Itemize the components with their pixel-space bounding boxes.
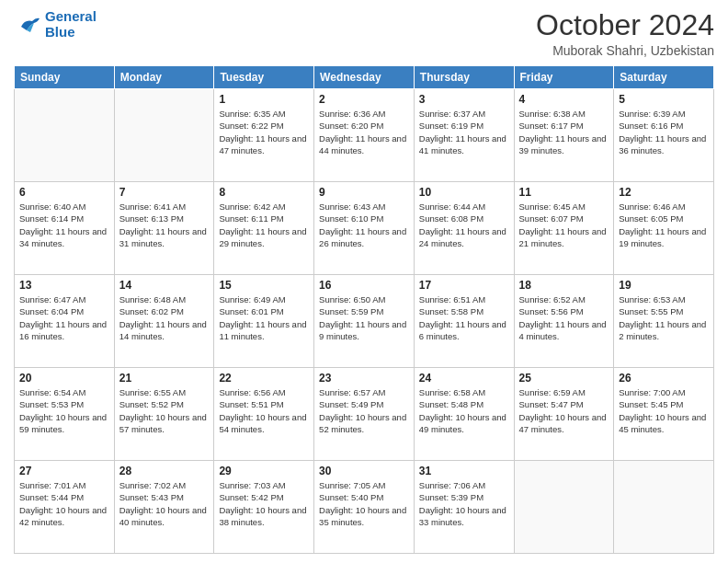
day-info: Sunrise: 6:41 AM Sunset: 6:13 PM Dayligh…: [119, 201, 210, 249]
day-info: Sunrise: 7:00 AM Sunset: 5:45 PM Dayligh…: [619, 386, 709, 435]
day-info: Sunrise: 6:45 AM Sunset: 6:07 PM Dayligh…: [519, 201, 609, 249]
logo-icon: [14, 14, 41, 36]
calendar-day-cell: [514, 461, 614, 554]
day-info: Sunrise: 6:35 AM Sunset: 6:22 PM Dayligh…: [219, 108, 309, 156]
calendar-week-row: 27Sunrise: 7:01 AM Sunset: 5:44 PM Dayli…: [15, 461, 714, 554]
calendar-day-cell: [15, 89, 115, 182]
day-info: Sunrise: 6:55 AM Sunset: 5:52 PM Dayligh…: [119, 386, 210, 435]
day-number: 3: [419, 93, 509, 106]
day-info: Sunrise: 6:59 AM Sunset: 5:47 PM Dayligh…: [519, 386, 609, 435]
calendar: SundayMondayTuesdayWednesdayThursdayFrid…: [14, 65, 714, 554]
calendar-day-cell: 28Sunrise: 7:02 AM Sunset: 5:43 PM Dayli…: [114, 461, 214, 554]
calendar-day-cell: 2Sunrise: 6:36 AM Sunset: 6:20 PM Daylig…: [314, 89, 415, 182]
calendar-day-cell: 29Sunrise: 7:03 AM Sunset: 5:42 PM Dayli…: [214, 461, 314, 554]
day-number: 20: [19, 372, 109, 385]
day-number: 5: [619, 93, 709, 106]
calendar-week-row: 6Sunrise: 6:40 AM Sunset: 6:14 PM Daylig…: [15, 182, 714, 275]
day-info: Sunrise: 6:36 AM Sunset: 6:20 PM Dayligh…: [319, 108, 409, 156]
month-title: October 2024: [536, 9, 714, 41]
calendar-day-header: Wednesday: [314, 66, 415, 89]
calendar-day-header: Sunday: [15, 66, 115, 89]
day-info: Sunrise: 6:50 AM Sunset: 5:59 PM Dayligh…: [319, 293, 409, 342]
day-number: 27: [19, 465, 109, 477]
location: Muborak Shahri, Uzbekistan: [536, 43, 714, 58]
calendar-day-header: Tuesday: [214, 66, 314, 89]
calendar-day-cell: 20Sunrise: 6:54 AM Sunset: 5:53 PM Dayli…: [15, 368, 115, 461]
day-number: 13: [19, 279, 109, 292]
calendar-day-cell: 22Sunrise: 6:56 AM Sunset: 5:51 PM Dayli…: [214, 368, 314, 461]
day-info: Sunrise: 6:42 AM Sunset: 6:11 PM Dayligh…: [219, 201, 309, 249]
header: General Blue October 2024 Muborak Shahri…: [14, 9, 714, 58]
calendar-day-cell: 17Sunrise: 6:51 AM Sunset: 5:58 PM Dayli…: [414, 275, 514, 368]
calendar-day-cell: 27Sunrise: 7:01 AM Sunset: 5:44 PM Dayli…: [15, 461, 115, 554]
calendar-day-cell: 10Sunrise: 6:44 AM Sunset: 6:08 PM Dayli…: [414, 182, 514, 275]
calendar-day-cell: 1Sunrise: 6:35 AM Sunset: 6:22 PM Daylig…: [214, 89, 314, 182]
calendar-day-cell: 14Sunrise: 6:48 AM Sunset: 6:02 PM Dayli…: [114, 275, 214, 368]
day-info: Sunrise: 6:40 AM Sunset: 6:14 PM Dayligh…: [19, 201, 109, 249]
day-info: Sunrise: 6:54 AM Sunset: 5:53 PM Dayligh…: [19, 386, 109, 435]
logo-line1: General: [45, 8, 97, 24]
calendar-day-cell: [114, 89, 214, 182]
day-info: Sunrise: 6:48 AM Sunset: 6:02 PM Dayligh…: [119, 293, 210, 342]
day-number: 31: [419, 465, 509, 477]
day-number: 23: [319, 372, 409, 385]
day-info: Sunrise: 6:37 AM Sunset: 6:19 PM Dayligh…: [419, 108, 509, 156]
day-number: 15: [219, 279, 309, 292]
calendar-header-row: SundayMondayTuesdayWednesdayThursdayFrid…: [15, 66, 714, 89]
day-number: 19: [619, 279, 709, 292]
day-info: Sunrise: 6:47 AM Sunset: 6:04 PM Dayligh…: [19, 293, 109, 342]
calendar-day-cell: 31Sunrise: 7:06 AM Sunset: 5:39 PM Dayli…: [414, 461, 514, 554]
calendar-day-cell: 11Sunrise: 6:45 AM Sunset: 6:07 PM Dayli…: [514, 182, 614, 275]
calendar-day-cell: 24Sunrise: 6:58 AM Sunset: 5:48 PM Dayli…: [414, 368, 514, 461]
day-number: 4: [519, 93, 609, 106]
day-number: 14: [119, 279, 210, 292]
logo: General Blue: [14, 9, 97, 40]
calendar-day-cell: 23Sunrise: 6:57 AM Sunset: 5:49 PM Dayli…: [314, 368, 415, 461]
calendar-day-cell: 7Sunrise: 6:41 AM Sunset: 6:13 PM Daylig…: [114, 182, 214, 275]
day-number: 18: [519, 279, 609, 292]
day-number: 26: [619, 372, 709, 385]
day-number: 30: [319, 465, 409, 477]
day-number: 12: [619, 186, 709, 199]
calendar-day-cell: 3Sunrise: 6:37 AM Sunset: 6:19 PM Daylig…: [414, 89, 514, 182]
calendar-day-cell: 5Sunrise: 6:39 AM Sunset: 6:16 PM Daylig…: [614, 89, 714, 182]
calendar-day-cell: 18Sunrise: 6:52 AM Sunset: 5:56 PM Dayli…: [514, 275, 614, 368]
logo-line2: Blue: [45, 24, 75, 40]
calendar-day-cell: 16Sunrise: 6:50 AM Sunset: 5:59 PM Dayli…: [314, 275, 415, 368]
day-number: 7: [119, 186, 210, 199]
calendar-day-header: Thursday: [414, 66, 514, 89]
calendar-day-cell: 25Sunrise: 6:59 AM Sunset: 5:47 PM Dayli…: [514, 368, 614, 461]
day-number: 11: [519, 186, 609, 199]
day-number: 29: [219, 465, 309, 477]
calendar-day-cell: 13Sunrise: 6:47 AM Sunset: 6:04 PM Dayli…: [15, 275, 115, 368]
day-number: 6: [19, 186, 109, 199]
day-number: 21: [119, 372, 210, 385]
day-info: Sunrise: 6:46 AM Sunset: 6:05 PM Dayligh…: [619, 201, 709, 249]
day-info: Sunrise: 6:58 AM Sunset: 5:48 PM Dayligh…: [419, 386, 509, 435]
day-info: Sunrise: 6:49 AM Sunset: 6:01 PM Dayligh…: [219, 293, 309, 342]
day-number: 16: [319, 279, 409, 292]
day-number: 22: [219, 372, 309, 385]
calendar-day-cell: 21Sunrise: 6:55 AM Sunset: 5:52 PM Dayli…: [114, 368, 214, 461]
calendar-week-row: 13Sunrise: 6:47 AM Sunset: 6:04 PM Dayli…: [15, 275, 714, 368]
day-info: Sunrise: 6:51 AM Sunset: 5:58 PM Dayligh…: [419, 293, 509, 342]
calendar-day-cell: 12Sunrise: 6:46 AM Sunset: 6:05 PM Dayli…: [614, 182, 714, 275]
title-section: October 2024 Muborak Shahri, Uzbekistan: [536, 9, 714, 58]
calendar-day-cell: 30Sunrise: 7:05 AM Sunset: 5:40 PM Dayli…: [314, 461, 415, 554]
day-number: 28: [119, 465, 210, 477]
day-info: Sunrise: 6:53 AM Sunset: 5:55 PM Dayligh…: [619, 293, 709, 342]
calendar-day-header: Monday: [114, 66, 214, 89]
day-info: Sunrise: 6:39 AM Sunset: 6:16 PM Dayligh…: [619, 108, 709, 156]
calendar-day-cell: 15Sunrise: 6:49 AM Sunset: 6:01 PM Dayli…: [214, 275, 314, 368]
day-info: Sunrise: 7:05 AM Sunset: 5:40 PM Dayligh…: [319, 479, 409, 528]
day-number: 2: [319, 93, 409, 106]
calendar-week-row: 1Sunrise: 6:35 AM Sunset: 6:22 PM Daylig…: [15, 89, 714, 182]
day-number: 17: [419, 279, 509, 292]
day-info: Sunrise: 7:02 AM Sunset: 5:43 PM Dayligh…: [119, 479, 210, 528]
day-info: Sunrise: 6:57 AM Sunset: 5:49 PM Dayligh…: [319, 386, 409, 435]
day-number: 24: [419, 372, 509, 385]
day-info: Sunrise: 7:06 AM Sunset: 5:39 PM Dayligh…: [419, 479, 509, 528]
day-info: Sunrise: 6:56 AM Sunset: 5:51 PM Dayligh…: [219, 386, 309, 435]
calendar-day-cell: 9Sunrise: 6:43 AM Sunset: 6:10 PM Daylig…: [314, 182, 415, 275]
day-number: 10: [419, 186, 509, 199]
